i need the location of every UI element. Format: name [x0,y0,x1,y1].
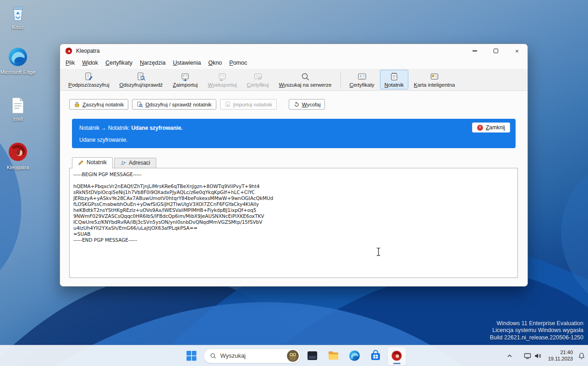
text-cursor [376,247,381,256]
encrypt-icon [74,101,80,108]
toolbar-certificates[interactable]: Certyfikaty [345,70,379,89]
taskbar-store[interactable] [367,347,385,365]
window-title: Kleopatra [76,48,99,54]
taskbar-file-explorer[interactable] [324,347,343,365]
app-window-icon [307,350,318,361]
menu-certyfikaty[interactable]: Certyfikaty [102,58,136,67]
button-label: Zaszyfruj notatnik [82,102,124,107]
menu-ustawienia[interactable]: Ustawienia [170,58,204,67]
taskbar-kleopatra[interactable] [388,347,406,365]
menu-okno[interactable]: Okno [205,58,225,67]
notification-bell-icon[interactable] [578,352,585,360]
import-notepad-button: Importuj notatnik [220,99,277,110]
edge-icon [8,47,28,67]
close-button[interactable]: × [506,44,528,58]
search-placeholder: Wyszukaj [220,352,246,359]
toolbar-lookup-server[interactable]: Wyszukaj na serwerze [275,70,336,89]
desktop-icon-recycle-bin[interactable]: Kosz [0,5,36,30]
notepad-editor[interactable]: -----BEGIN PGP MESSAGE----- hQEMA+PbqxcV… [69,168,518,278]
success-banner: Notatnik → Notatnik: Udane szyfrowanie. … [72,119,516,148]
toolbar-import[interactable]: Zaimportuj [168,70,202,89]
desktop-icon-kleopatra[interactable]: Kleopatra [0,141,36,170]
recycle-bin-icon [10,5,26,22]
toolbar-separator [341,72,341,87]
watermark-line: Licencja systemu Windows wygasła [490,327,583,334]
file-explorer-icon [328,350,339,361]
chevron-up-icon[interactable] [506,352,513,360]
desktop-icon-label: zout [13,116,23,122]
system-tray: 21:40 19.11.2023 [506,345,585,366]
certify-icon [253,72,263,81]
taskbar: Wyszukaj [0,345,588,366]
search-highlight-image[interactable] [287,350,299,362]
banner-title-prefix: Notatnik → Notatnik: [79,125,131,131]
desktop: Kosz Microsoft Edge zout [0,0,588,366]
toolbar-decrypt-verify[interactable]: Odszyfruj/sprawdź [115,70,167,89]
toolbar-label: Odszyfruj/sprawdź [119,82,163,88]
banner-close-button[interactable]: × Zamknij [472,122,510,133]
banner-title-emphasis: Udane szyfrowanie. [131,125,182,131]
desktop-icon-edge[interactable]: Microsoft Edge [0,47,36,75]
banner-close-label: Zamknij [486,124,505,131]
running-indicator [393,363,401,364]
toolbar-sign-encrypt[interactable]: Podpisz/zaszyfruj [64,70,114,89]
kleopatra-icon [7,141,28,162]
edge-icon [349,350,360,361]
import-icon [181,72,190,81]
app-icon-kleopatra [65,47,72,55]
toolbar-label: Karta inteligentna [414,82,455,88]
tab-label: Notatnik [87,159,107,166]
encrypt-notepad-button[interactable]: Zaszyfruj notatnik [69,99,128,110]
maximize-button[interactable] [485,44,506,58]
taskbar-edge[interactable] [346,347,364,365]
decrypt-verify-icon [137,72,146,81]
taskbar-app-window[interactable] [303,347,322,365]
recipients-icon [120,160,126,166]
text-file-icon [11,97,25,114]
notepad-tabs: Notatnik Adresaci [72,157,528,168]
maximize-icon [494,49,498,53]
notepad-icon [390,72,399,81]
import-small-icon [225,101,231,108]
toolbar-export: Wyeksportuj [203,70,241,89]
revert-button[interactable]: Wycofaj [289,99,325,110]
desktop-icon-label: Kleopatra [6,165,29,170]
menu-plik[interactable]: Plik [62,58,78,67]
toolbar-label: Certyfikuj [247,82,269,88]
kleopatra-window: Kleopatra × Plik Widok Certyfikaty Narzę… [60,44,528,287]
desktop-icon-zout[interactable]: zout [0,97,36,122]
tab-adresaci[interactable]: Adresaci [114,158,156,168]
undo-icon [293,101,300,108]
tab-notatnik[interactable]: Notatnik [72,157,113,168]
tray-clock[interactable]: 21:40 19.11.2023 [548,349,573,362]
decrypt-verify-notepad-button[interactable]: Odszyfruj / sprawdź notatnik [132,99,216,110]
menu-widok[interactable]: Widok [79,58,101,67]
desktop-icon-label: Microsoft Edge [0,69,36,75]
button-label: Wycofaj [302,102,321,107]
tab-label: Adresaci [129,160,150,166]
menu-pomoc[interactable]: Pomoc [226,58,250,67]
taskbar-search[interactable]: Wyszukaj [203,349,301,363]
decrypt-verify-small-icon [137,101,143,108]
window-titlebar[interactable]: Kleopatra × [60,44,528,58]
start-button[interactable] [182,347,201,365]
notepad-view: Zaszyfruj notatnik Odszyfruj / sprawdź n… [60,91,528,286]
pgp-message-text: -----BEGIN PGP MESSAGE----- hQEMA+PbqxcV… [73,172,514,243]
notepad-action-bar: Zaszyfruj notatnik Odszyfruj / sprawdź n… [69,99,528,110]
toolbar-smartcard[interactable]: Karta inteligentna [409,70,460,89]
minimize-button[interactable] [464,44,485,58]
menu-bar: Plik Widok Certyfikaty Narzędzia Ustawie… [60,58,528,69]
toolbar-label: Notatnik [385,82,404,88]
menu-narzedzia[interactable]: Narzędzia [137,58,169,67]
button-label: Importuj notatnik [233,102,272,107]
toolbar-label: Podpisz/zaszyfruj [68,82,109,88]
search-icon [210,353,216,359]
toolbar-label: Wyeksportuj [208,82,236,88]
toolbar-notepad[interactable]: Notatnik [380,70,408,89]
tray-status-icons[interactable] [522,350,543,361]
minimize-icon [473,50,477,51]
kleopatra-icon [391,350,402,361]
desktop-icon-label: Kosz [12,24,24,30]
smartcard-icon [430,72,439,81]
search-icon [301,72,310,81]
